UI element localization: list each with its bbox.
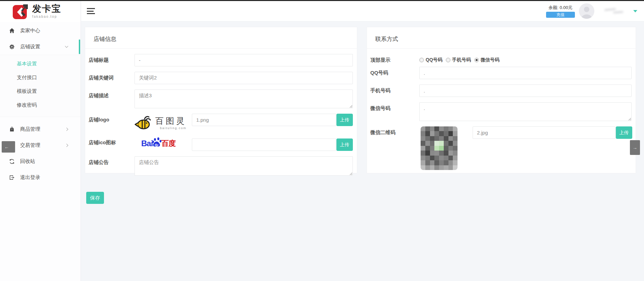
sidebar-item-label: 交易管理 [20, 142, 40, 149]
shop-logo-filename-input[interactable] [192, 114, 336, 126]
shop-logo-upload-button[interactable]: 上传 [336, 114, 353, 126]
window-top-edge [0, 0, 644, 1]
shop-title-input[interactable] [135, 54, 353, 66]
sidebar-item-payment-api[interactable]: 支付接口 [0, 71, 80, 85]
brand-logo[interactable]: 发卡宝 fakabao.top [0, 1, 80, 22]
shop-ico-preview-image: Bai du 百度 [135, 138, 192, 149]
wechat-qr-filename-input[interactable] [473, 126, 615, 139]
radio-button-icon[interactable] [474, 58, 479, 62]
top-display-label: 顶部显示 [370, 54, 419, 63]
shop-info-panel: 店铺信息 店铺标题 店铺关键词 店铺描述 描述3 [85, 27, 357, 173]
qq-number-input[interactable] [419, 67, 632, 79]
chevron-down-icon [65, 45, 68, 48]
shop-desc-label: 店铺描述 [89, 90, 135, 108]
contact-panel: 联系方式 顶部显示 QQ号码 手机号码 [367, 27, 636, 173]
avatar[interactable] [579, 3, 594, 19]
submenu-label: 修改密码 [17, 102, 37, 108]
radio-qq-number[interactable]: QQ号码 [419, 57, 442, 63]
recycle-icon [9, 159, 15, 164]
shop-keywords-label: 店铺关键词 [89, 72, 135, 84]
gear-icon [9, 44, 15, 50]
sidebar-item-change-password[interactable]: 修改密码 [0, 98, 80, 112]
shop-panel-title: 店铺信息 [85, 27, 357, 49]
phone-number-label: 手机号码 [370, 85, 419, 97]
submenu-label: 支付接口 [17, 74, 37, 81]
shop-title-label: 店铺标题 [89, 54, 135, 66]
sidebar-item-product-management[interactable]: 商品管理 [0, 121, 80, 137]
svg-text:du: du [155, 143, 158, 147]
shopping-bag-icon [9, 126, 15, 132]
wechat-number-label: 微信号码 [370, 102, 419, 121]
wechat-number-textarea[interactable]: . [419, 102, 632, 121]
qq-number-label: QQ号码 [370, 67, 419, 79]
brand-name: 发卡宝 [32, 4, 61, 13]
shop-notice-textarea[interactable]: 店铺公告 [135, 156, 353, 176]
brand-mark-icon [12, 3, 30, 20]
balance-text: 余额: 0.00元 [546, 5, 575, 11]
save-button[interactable]: 保存 [86, 192, 104, 204]
dropdown-caret-icon[interactable] [633, 10, 637, 12]
radio-button-icon[interactable] [446, 58, 450, 62]
wechat-qr-label: 微信二维码 [370, 126, 419, 170]
hamburger-menu-icon[interactable] [87, 8, 95, 14]
sidebar-item-seller-center[interactable]: 卖家中心 [0, 22, 80, 39]
sidebar-menu: 卖家中心 店铺设置 [0, 22, 80, 185]
sidebar-item-label: 退出登录 [20, 174, 40, 181]
top-header: 余额: 0.00元 充值 [81, 1, 644, 21]
shop-keywords-input[interactable] [135, 72, 353, 84]
radio-wechat-number[interactable]: 微信号码 [474, 57, 499, 63]
shop-notice-label: 店铺公告 [89, 156, 135, 176]
submenu-label: 模板设置 [17, 88, 37, 95]
username-redacted [604, 9, 625, 13]
chevron-right-icon [65, 127, 68, 131]
submenu-label: 基本设置 [17, 61, 37, 67]
sidebar-item-logout[interactable]: 退出登录 [0, 169, 80, 185]
sidebar-item-label: 卖家中心 [20, 27, 40, 34]
recharge-button[interactable]: 充值 [546, 12, 575, 18]
logout-icon [9, 175, 15, 180]
wechat-qr-upload-button[interactable]: 上传 [616, 126, 632, 139]
chevron-right-icon [65, 144, 68, 147]
contact-panel-title: 联系方式 [367, 27, 636, 49]
brand-domain: fakabao.top [32, 15, 61, 18]
sidebar-item-label: 店铺设置 [20, 44, 40, 50]
sidebar-item-label: 回收站 [20, 158, 35, 165]
home-icon [9, 28, 15, 34]
shop-ico-filename-input[interactable] [192, 138, 336, 151]
sidebar-item-basic-settings[interactable]: 基本设置 [0, 57, 80, 71]
shop-ico-label: 店铺ico图标 [89, 136, 135, 151]
shop-logo-preview-image: 百图灵 baituling.com [135, 114, 192, 131]
scroll-left-button[interactable]: ← [2, 141, 15, 153]
radio-button-icon[interactable] [419, 58, 424, 62]
phone-number-input[interactable] [419, 85, 632, 97]
sidebar-item-label: 商品管理 [20, 126, 40, 132]
shop-ico-upload-button[interactable]: 上传 [336, 138, 353, 151]
active-section-indicator [79, 40, 80, 54]
shop-desc-textarea[interactable]: 描述3 [135, 90, 353, 108]
scroll-right-button[interactable]: → [630, 140, 640, 155]
radio-phone-number[interactable]: 手机号码 [446, 57, 471, 63]
wechat-qr-preview-image [421, 126, 458, 170]
shop-settings-submenu: 基本设置 支付接口 模板设置 修改密码 [0, 55, 80, 117]
shop-logo-label: 店铺logo [89, 114, 135, 131]
sidebar-item-shop-settings[interactable]: 店铺设置 [0, 39, 80, 55]
sidebar-item-template-settings[interactable]: 模板设置 [0, 85, 80, 98]
sidebar-item-recycle-bin[interactable]: 回收站 [0, 153, 80, 169]
